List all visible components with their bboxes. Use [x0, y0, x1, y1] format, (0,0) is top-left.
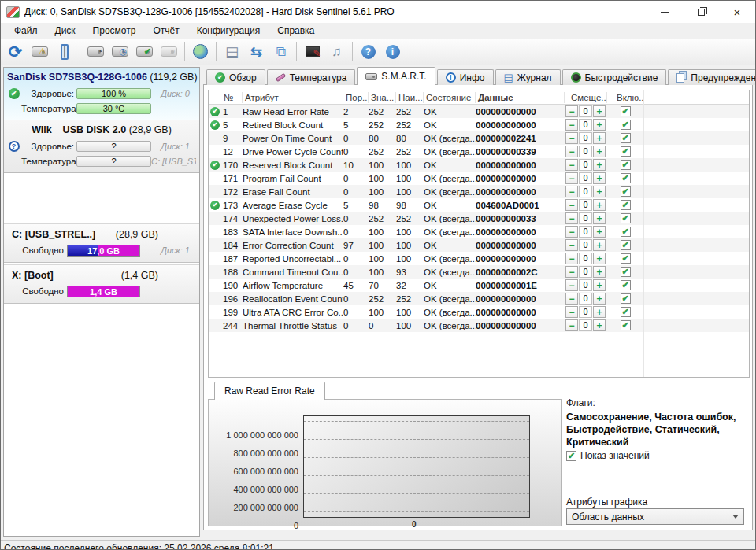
offset-increment-button[interactable]: +: [593, 199, 606, 211]
graph-attributes-select[interactable]: Область данных: [566, 508, 744, 525]
offset-decrement-button[interactable]: −: [565, 105, 578, 117]
offset-value[interactable]: 0: [579, 199, 592, 211]
sidebar-volume-x[interactable]: X: [Boot](1,4 GB) Свободно 1,4 GB: [4, 264, 199, 304]
offset-value[interactable]: 0: [579, 226, 592, 238]
menu-item[interactable]: Файл: [6, 24, 46, 38]
enabled-checkbox[interactable]: ✔: [621, 213, 631, 223]
offset-value[interactable]: 0: [579, 253, 592, 264]
smart-table-row[interactable]: ✔ 1 Raw Read Error Rate 2 252 252 OK 000…: [209, 105, 749, 118]
offset-decrement-button[interactable]: −: [565, 159, 578, 171]
offset-decrement-button[interactable]: −: [565, 119, 578, 131]
disk-warning-button[interactable]: ⚠: [28, 40, 52, 63]
remote-computers-button[interactable]: ⧉: [269, 40, 293, 63]
sidebar-volume-c[interactable]: C: [USB_STREL..](28,9 GB) Свободно 17,0 …: [4, 223, 199, 263]
enabled-checkbox[interactable]: ✔: [621, 106, 631, 116]
network-disk-button[interactable]: [188, 40, 213, 63]
offset-value[interactable]: 0: [579, 306, 592, 318]
smart-table-row[interactable]: ✔ 184 Error Correction Count 97 100 100 …: [209, 238, 749, 252]
tab-log[interactable]: ▤Журнал: [495, 69, 561, 85]
smart-table-row[interactable]: ✔ 174 Unexpected Power Loss... 0 252 252…: [209, 212, 749, 225]
offset-value[interactable]: 0: [579, 239, 592, 251]
enabled-checkbox[interactable]: ✔: [621, 253, 631, 264]
smart-table-row[interactable]: ✔ 173 Average Erase Cycle 5 98 98 OK 004…: [209, 198, 749, 212]
offset-value[interactable]: 0: [579, 319, 592, 331]
smart-table-row[interactable]: ✔ 5 Retired Block Count 5 252 252 OK 000…: [209, 118, 749, 131]
offset-increment-button[interactable]: +: [593, 239, 606, 251]
offset-decrement-button[interactable]: −: [565, 293, 578, 305]
col-header-number[interactable]: №: [221, 92, 243, 103]
sidebar-disk-sandisk[interactable]: SanDisk SD7SB3Q-128G-1006 (119,2 GB) ✔ З…: [4, 68, 199, 120]
offset-decrement-button[interactable]: −: [565, 239, 578, 251]
smart-table-row[interactable]: ✔ 187 Reported Uncorrectabl... 0 100 100…: [209, 252, 749, 265]
offset-increment-button[interactable]: +: [593, 226, 606, 238]
sound-settings-button[interactable]: ♫: [324, 40, 349, 63]
offset-increment-button[interactable]: +: [593, 319, 606, 331]
tab-info[interactable]: iИнфо: [437, 69, 494, 85]
enabled-checkbox[interactable]: ✔: [621, 173, 631, 183]
enabled-checkbox[interactable]: ✔: [621, 280, 631, 290]
enabled-checkbox[interactable]: ✔: [621, 307, 631, 317]
enabled-checkbox[interactable]: ✔: [621, 320, 631, 330]
col-header-threshold[interactable]: Пор...: [343, 92, 369, 103]
offset-value[interactable]: 0: [579, 279, 592, 291]
offset-value[interactable]: 0: [579, 119, 592, 131]
smart-table-row[interactable]: ✔ 172 Erase Fail Count 0 100 100 OK (все…: [209, 185, 749, 198]
tab-performance[interactable]: Быстродействие: [562, 69, 667, 85]
offset-value[interactable]: 0: [579, 132, 592, 144]
offset-decrement-button[interactable]: −: [565, 266, 578, 278]
offset-increment-button[interactable]: +: [593, 279, 606, 291]
tab-temperature[interactable]: Температура: [267, 69, 356, 85]
enabled-checkbox[interactable]: ✔: [621, 186, 631, 197]
offset-value[interactable]: 0: [579, 212, 592, 224]
col-header-enabled[interactable]: Вклю...: [607, 92, 643, 103]
enabled-checkbox[interactable]: ✔: [621, 120, 631, 130]
disk-test-ok-button[interactable]: ✔: [132, 40, 157, 63]
offset-value[interactable]: 0: [579, 186, 592, 197]
enabled-checkbox[interactable]: ✔: [621, 240, 631, 250]
offset-increment-button[interactable]: +: [593, 159, 606, 171]
col-header-data[interactable]: Данные: [476, 92, 565, 103]
enabled-checkbox[interactable]: ✔: [621, 227, 631, 237]
enabled-checkbox[interactable]: ✔: [621, 200, 631, 210]
smart-table-row[interactable]: ✔ 170 Reserved Block Count 10 100 100 OK…: [209, 158, 749, 172]
tab-smart[interactable]: S.M.A.R.T.: [357, 67, 435, 85]
offset-increment-button[interactable]: +: [593, 119, 606, 131]
tab-overview[interactable]: ✔Обзор: [206, 69, 265, 85]
enabled-checkbox[interactable]: ✔: [621, 133, 631, 143]
offset-increment-button[interactable]: +: [593, 146, 606, 157]
offset-decrement-button[interactable]: −: [565, 172, 578, 184]
offset-decrement-button[interactable]: −: [565, 253, 578, 264]
disk-clock-button[interactable]: ◷: [108, 40, 132, 63]
offset-decrement-button[interactable]: −: [565, 279, 578, 291]
offset-decrement-button[interactable]: −: [565, 132, 578, 144]
offset-decrement-button[interactable]: −: [565, 319, 578, 331]
smart-table-row[interactable]: ✔ 12 Drive Power Cycle Count 0 252 252 O…: [209, 145, 749, 158]
enabled-checkbox[interactable]: ✔: [621, 146, 631, 157]
col-header-offset[interactable]: Смеще...: [565, 92, 607, 103]
help-button[interactable]: ?: [356, 40, 380, 63]
disk-search-button[interactable]: ⌕: [157, 40, 181, 63]
offset-decrement-button[interactable]: −: [565, 199, 578, 211]
offset-value[interactable]: 0: [579, 293, 592, 305]
tab-alerts[interactable]: Предупреждения: [668, 69, 756, 85]
enabled-checkbox[interactable]: ✔: [621, 293, 631, 304]
offset-value[interactable]: 0: [579, 146, 592, 157]
col-header-status[interactable]: Состояние: [424, 92, 476, 103]
close-button[interactable]: ×: [719, 1, 755, 23]
offset-increment-button[interactable]: +: [593, 253, 606, 264]
smart-table-row[interactable]: ✔ 199 Ultra ATA CRC Error Co... 0 100 10…: [209, 305, 749, 319]
offset-increment-button[interactable]: +: [593, 186, 606, 197]
offset-increment-button[interactable]: +: [593, 266, 606, 278]
enabled-checkbox[interactable]: ✔: [621, 267, 631, 277]
info-button[interactable]: i: [380, 40, 405, 63]
smart-table-row[interactable]: ✔ 171 Program Fail Count 0 100 100 OK (в…: [209, 172, 749, 185]
offset-decrement-button[interactable]: −: [565, 306, 578, 318]
sync-button[interactable]: ⇆: [244, 40, 269, 63]
offset-value[interactable]: 0: [579, 159, 592, 171]
menu-item[interactable]: Конфигурация: [188, 24, 269, 38]
chart-tab[interactable]: Raw Read Error Rate: [214, 382, 325, 400]
offset-increment-button[interactable]: +: [593, 132, 606, 144]
menu-item[interactable]: Справка: [269, 24, 323, 38]
offset-increment-button[interactable]: +: [593, 212, 606, 224]
offset-value[interactable]: 0: [579, 266, 592, 278]
